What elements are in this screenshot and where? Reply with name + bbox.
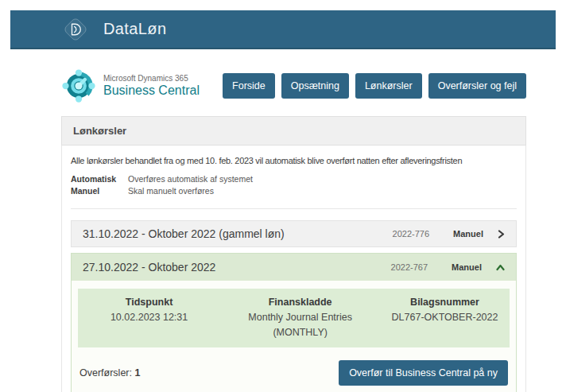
payroll-run-expanded-card: 27.10.2022 - Oktober 2022 2022-767 Manue…	[71, 253, 517, 392]
run-mode-badge: Manuel	[453, 229, 483, 239]
payroll-run-list: 31.10.2022 - Oktober 2022 (gammel løn) 2…	[71, 220, 517, 392]
legend-row-manuel: Manuel Skal manuelt overføres	[71, 185, 517, 197]
lonkorsler-panel: Lønkørsler Alle lønkørsler behandlet fra…	[61, 116, 526, 392]
page-header: Microsoft Dynamics 365 Business Central …	[61, 68, 526, 103]
business-central-logo-icon	[61, 68, 96, 103]
retransfer-button[interactable]: Overfør til Business Central på ny	[339, 360, 508, 386]
legend-text: Skal manuelt overføres	[128, 185, 214, 197]
finanskladde-link[interactable]: Monthly Journal Entries (MONTHLY)	[220, 310, 380, 340]
panel-title: Lønkørsler	[61, 116, 526, 146]
legend-term: Manuel	[71, 185, 128, 197]
main-nav: Forside Opsætning Lønkørsler Overførsler…	[223, 73, 526, 99]
transfers-count: 1	[134, 367, 140, 378]
run-details: Tidspunkt 10.02.2023 12:31 Finanskladde …	[72, 281, 516, 392]
legend-term: Automatisk	[71, 173, 128, 185]
nav-button-lonkorsler[interactable]: Lønkørsler	[355, 73, 422, 99]
bilagsnummer-value: DL767-OKTOBER-2022	[380, 310, 510, 325]
nav-button-opsaetning[interactable]: Opsætning	[281, 73, 349, 99]
page: { "topbar": { "app_name": "DataLøn" }, "…	[0, 0, 566, 392]
datalon-logo-icon	[61, 15, 90, 44]
run-number: 2022-767	[391, 262, 428, 272]
nav-button-forside[interactable]: Forside	[223, 73, 275, 99]
tidspunkt-value: 10.02.2023 12:31	[78, 310, 220, 325]
transfer-row: Overførsler: 1 Overfør til Business Cent…	[79, 360, 508, 386]
notice-text: Alle lønkørsler behandlet fra og med 10.…	[71, 156, 517, 165]
run-title: 27.10.2022 - Oktober 2022	[83, 261, 391, 274]
chevron-right-icon[interactable]	[498, 230, 505, 239]
column-header-bilagsnummer: Bilagsnummer	[380, 295, 510, 310]
payroll-run-row[interactable]: 31.10.2022 - Oktober 2022 (gammel løn) 2…	[71, 220, 517, 247]
legend-row-automatisk: Automatisk Overføres automatisk af syste…	[71, 173, 517, 185]
legend-text: Overføres automatisk af systemet	[128, 173, 253, 185]
business-central-brand: Microsoft Dynamics 365 Business Central	[61, 68, 200, 103]
app-title: DataLøn	[103, 20, 167, 38]
run-title: 31.10.2022 - Oktober 2022 (gammel løn)	[83, 227, 393, 240]
run-mode-badge: Manuel	[452, 262, 482, 272]
panel-body: Alle lønkørsler behandlet fra og med 10.…	[61, 146, 526, 392]
run-number: 2022-776	[393, 229, 430, 239]
chevron-up-icon[interactable]	[496, 264, 505, 271]
payroll-run-row[interactable]: 27.10.2022 - Oktober 2022 2022-767 Manue…	[72, 254, 516, 281]
column-header-finanskladde: Finanskladde	[220, 295, 380, 310]
brand-dynamics-label: Microsoft Dynamics 365	[103, 74, 200, 83]
legend: Automatisk Overføres automatisk af syste…	[71, 173, 517, 197]
brand-business-central-label: Business Central	[103, 83, 200, 98]
run-details-table: Tidspunkt 10.02.2023 12:31 Finanskladde …	[78, 289, 510, 347]
datalon-topbar: DataLøn	[10, 10, 556, 49]
nav-button-overforsler-og-fejl[interactable]: Overførsler og fejl	[428, 73, 526, 99]
transfers-count-label: Overførsler: 1	[79, 367, 140, 378]
column-header-tidspunkt: Tidspunkt	[78, 295, 220, 310]
divider	[71, 208, 517, 209]
